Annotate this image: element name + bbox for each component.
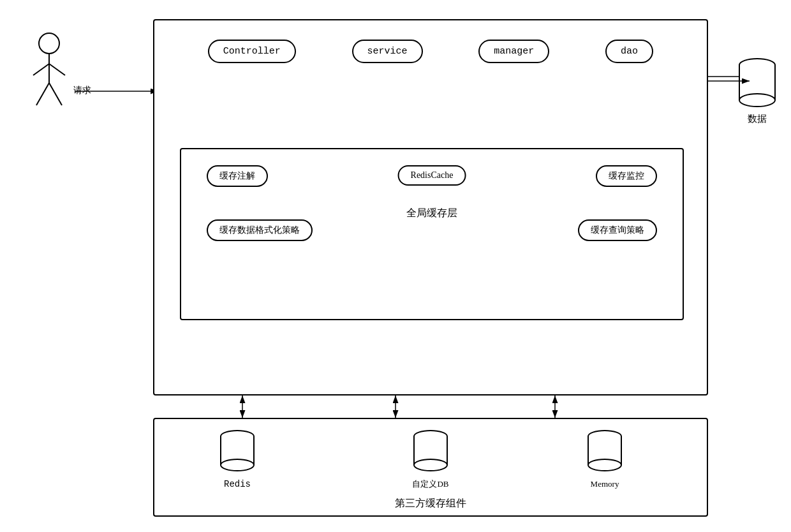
main-box: Controller service manager dao 全局缓存层 缓存注… [153,19,708,395]
svg-line-16 [49,83,62,105]
data-store-label: 数据 [735,113,780,125]
third-party-label: 第三方缓存组件 [395,497,466,510]
svg-point-21 [739,94,775,107]
controller-component: Controller [208,40,296,63]
cache-query-component: 缓存查询策略 [578,219,657,241]
redis-cache-component: RedisCache [398,165,466,186]
svg-point-33 [414,459,447,471]
service-component: service [352,40,423,63]
svg-line-13 [33,64,49,75]
dao-component: dao [605,40,653,63]
cache-layer-box: 全局缓存层 缓存注解 RedisCache 缓存监控 缓存数据格式化策略 缓存查… [180,148,684,320]
memory-cylinder-icon [586,429,624,477]
svg-point-28 [221,459,254,471]
memory-label: Memory [591,479,619,490]
cache-layer-label: 全局缓存层 [406,207,457,220]
cache-monitor-component: 缓存监控 [596,165,657,187]
svg-point-38 [588,459,621,471]
request-label: 请求 [73,85,91,96]
custom-db-cylinder-icon [411,429,450,477]
diagram-container: 请求 Controller service manager dao 全局缓存层 … [0,0,791,532]
custom-db-label: 自定义DB [412,479,448,490]
cache-inject-component: 缓存注解 [207,165,268,187]
third-party-box: Redis 自定义DB M [153,418,708,517]
svg-line-14 [49,64,65,75]
svg-point-11 [39,33,59,54]
svg-line-15 [36,83,49,105]
manager-component: manager [478,40,549,63]
top-components-row: Controller service manager dao [154,40,707,63]
database-cylinder-icon [735,56,780,114]
data-store: 数据 [735,56,780,125]
redis-label: Redis [224,479,251,489]
stick-figure [27,32,71,115]
redis-cylinder-icon [218,429,256,477]
cache-format-component: 缓存数据格式化策略 [207,219,313,241]
